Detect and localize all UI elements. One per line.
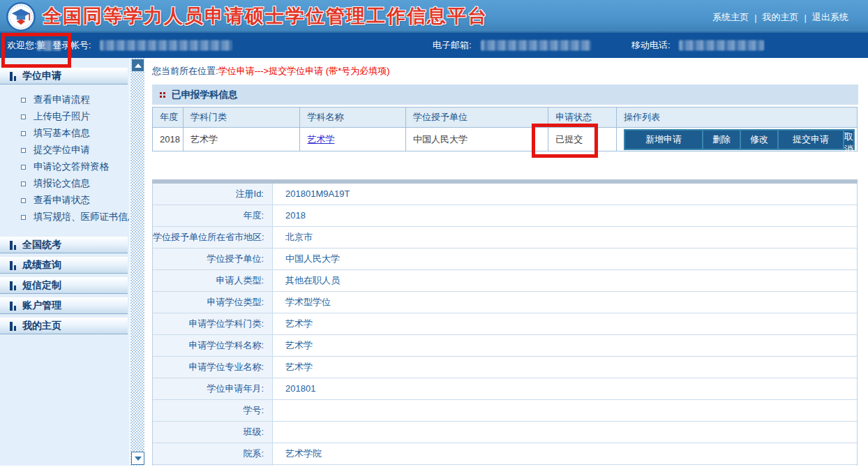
detail-value: 其他在职人员 xyxy=(273,270,857,291)
sidebar-section[interactable]: 账户管理 xyxy=(0,297,128,314)
nav-link-logout[interactable]: 退出系统 xyxy=(812,11,848,24)
section-bars-icon xyxy=(10,302,16,311)
sidebar-section-label: 我的主页 xyxy=(22,320,61,332)
detail-row: 年度:2018 xyxy=(153,205,857,227)
sidebar-items: 查看申请流程上传电子照片填写基本信息提交学位申请申请论文答辩资格填报论文信息查看… xyxy=(0,84,129,237)
detail-label xyxy=(153,465,273,466)
down-arrow-icon xyxy=(135,457,142,461)
delete-button[interactable]: 删除 xyxy=(703,131,740,149)
detail-value: 学术型学位 xyxy=(273,292,857,313)
square-bullet-icon xyxy=(21,215,26,220)
new-application-button[interactable]: 新增申请 xyxy=(625,131,702,149)
detail-label: 申请学位专业名称: xyxy=(153,357,273,378)
square-bullet-icon xyxy=(21,131,26,136)
top-banner: 全国同等学力人员申请硕士学位管理工作信息平台 系统主页 | 我的主页 | 退出系… xyxy=(0,0,868,33)
modify-button[interactable]: 修改 xyxy=(741,131,777,149)
scroll-up-button[interactable] xyxy=(131,59,144,72)
sidebar-section[interactable]: 全国统考 xyxy=(0,237,128,253)
cancel-application-button[interactable]: 取消申请 xyxy=(844,131,853,149)
detail-row: 学位授予单位:中国人民大学 xyxy=(153,249,857,270)
detail-value: 2018 xyxy=(273,205,857,226)
site-title: 全国同等学力人员申请硕士学位管理工作信息平台 xyxy=(43,3,488,29)
sidebar-section[interactable]: 短信定制 xyxy=(0,277,128,294)
detail-row: 申请学位类型:学术型学位 xyxy=(153,292,857,313)
col-header-action-list: 操作列表 xyxy=(617,108,858,128)
action-button-bar: 新增申请删除修改提交申请取消申请 xyxy=(624,129,855,150)
sidebar-item-label: 填报论文信息 xyxy=(33,177,90,190)
sidebar-item[interactable]: 查看申请流程 xyxy=(0,91,129,108)
detail-table: 注册Id:201801M9A19T年度:2018学位授予单位所在省市地区:北京市… xyxy=(152,184,858,466)
detail-row: 申请学位学科门类:艺术学 xyxy=(153,313,857,335)
sidebar-item-label: 填写基本信息 xyxy=(33,127,90,140)
sidebar-lower-sections: 全国统考成绩查询短信定制账户管理我的主页 xyxy=(0,237,129,334)
detail-value: 艺术学 xyxy=(273,335,857,356)
col-header-degree-granting-unit: 学位授予单位 xyxy=(405,108,548,128)
section-bars-icon xyxy=(10,241,16,250)
col-header-application-status: 申请状态 xyxy=(548,108,617,128)
sidebar: 学位申请 查看申请流程上传电子照片填写基本信息提交学位申请申请论文答辩资格填报论… xyxy=(0,58,129,466)
detail-value: 北京市 xyxy=(273,227,857,248)
nav-link-system-home[interactable]: 系统主页 xyxy=(712,11,749,24)
sidebar-item[interactable]: 提交学位申请 xyxy=(0,142,129,158)
detail-label: 申请学位学科名称: xyxy=(153,335,273,356)
cell-university: 中国人民大学 xyxy=(405,128,548,151)
detail-row: 学位授予单位所在省市地区:北京市 xyxy=(153,227,857,249)
detail-value: 201801 xyxy=(273,378,857,399)
detail-label: 申请学位学科门类: xyxy=(153,313,273,334)
section-bars-icon xyxy=(10,261,16,270)
up-arrow-icon xyxy=(135,64,142,68)
submit-application-button[interactable]: 提交申请 xyxy=(779,131,843,149)
detail-label: 年度: xyxy=(153,205,273,226)
section-grid-icon xyxy=(160,92,165,98)
sidebar-item[interactable]: 填写规培、医师证书信息 xyxy=(0,209,129,225)
section-bars-icon xyxy=(10,72,16,81)
detail-label: 学位授予单位: xyxy=(153,249,273,269)
detail-value xyxy=(273,422,857,443)
sidebar-item[interactable]: 上传电子照片 xyxy=(0,108,129,125)
top-nav: 系统主页 | 我的主页 | 退出系统 xyxy=(712,11,848,24)
detail-label: 申请人类型: xyxy=(153,270,273,291)
subject-link[interactable]: 艺术学 xyxy=(307,134,334,144)
sidebar-item-label: 填写规培、医师证书信息 xyxy=(33,211,137,223)
detail-row: 学号: xyxy=(153,400,857,422)
sidebar-section-degree-application[interactable]: 学位申请 xyxy=(0,68,128,84)
table-header-row: 年度 学科门类 学科名称 学位授予单位 申请状态 操作列表 xyxy=(153,108,858,128)
section-bars-icon xyxy=(10,281,16,290)
nav-separator: | xyxy=(754,13,756,23)
table-row: 2018 艺术学 艺术学 中国人民大学 已提交 新增申请删除修改提交申请取消申请 xyxy=(153,128,858,151)
scroll-down-button[interactable] xyxy=(131,452,144,465)
detail-value xyxy=(273,465,857,466)
detail-label: 学位授予单位所在省市地区: xyxy=(153,227,273,248)
sidebar-item-label: 查看申请流程 xyxy=(33,94,90,106)
detail-label: 注册Id: xyxy=(153,184,273,205)
detail-value: 艺术学 xyxy=(273,313,857,334)
sidebar-item-label: 提交学位申请 xyxy=(33,144,90,156)
sidebar-section[interactable]: 成绩查询 xyxy=(0,257,128,274)
cell-category: 艺术学 xyxy=(183,128,299,151)
phone-label: 移动电话: xyxy=(631,39,671,52)
breadcrumb-path: 学位申请--->提交学位申请 (带*号为必填项) xyxy=(218,66,390,76)
square-bullet-icon xyxy=(21,148,26,153)
nav-separator: | xyxy=(805,13,807,23)
breadcrumb-prefix: 您当前所在位置: xyxy=(152,66,218,76)
sidebar-item[interactable]: 申请论文答辩资格 xyxy=(0,158,129,175)
sidebar-section-label: 全国统考 xyxy=(22,239,61,251)
sidebar-item[interactable]: 填写基本信息 xyxy=(0,125,129,142)
detail-row: 申请学位学科名称:艺术学 xyxy=(153,335,857,357)
detail-label: 学号: xyxy=(153,400,273,421)
sidebar-scrollbar[interactable] xyxy=(129,58,144,466)
detail-row: 学位申请年月:201801 xyxy=(153,378,857,400)
redacted-phone xyxy=(679,40,764,51)
section-title: 已申报学科信息 xyxy=(172,89,238,101)
detail-label: 院系: xyxy=(153,443,273,464)
sidebar-section-label: 学位申请 xyxy=(22,70,61,82)
email-label: 电子邮箱: xyxy=(433,39,472,52)
nav-link-my-home[interactable]: 我的主页 xyxy=(763,11,799,24)
sidebar-section[interactable]: 我的主页 xyxy=(0,318,128,334)
square-bullet-icon xyxy=(21,198,26,203)
detail-value: 艺术学 xyxy=(273,357,857,378)
sidebar-item[interactable]: 填报论文信息 xyxy=(0,175,129,192)
sidebar-item[interactable]: 查看申请状态 xyxy=(0,192,129,209)
login-account-label: 登录帐号: xyxy=(52,39,91,52)
detail-value xyxy=(273,400,857,421)
